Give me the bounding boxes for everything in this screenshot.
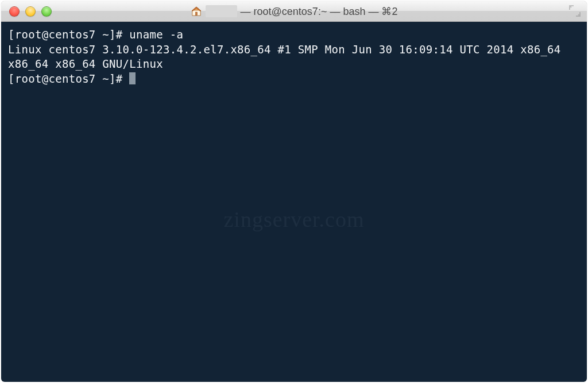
title-user: [206, 5, 237, 17]
title-rest: — root@centos7:~ — bash — ⌘2: [241, 5, 398, 18]
cursor: [129, 72, 136, 84]
svg-rect-0: [192, 10, 200, 16]
watermark: zingserver.com: [223, 205, 364, 234]
prompt: [root@centos7 ~]#: [8, 72, 129, 85]
close-button[interactable]: [9, 6, 20, 17]
traffic-lights: [6, 6, 52, 17]
command-text: uname -a: [129, 28, 183, 41]
prompt: [root@centos7 ~]#: [8, 28, 129, 41]
window-title: — root@centos7:~ — bash — ⌘2: [1, 5, 587, 18]
window-titlebar[interactable]: — root@centos7:~ — bash — ⌘2: [1, 1, 587, 22]
home-icon: [191, 6, 202, 17]
terminal-window: — root@centos7:~ — bash — ⌘2 [root@cento…: [1, 1, 587, 382]
minimize-button[interactable]: [25, 6, 36, 17]
terminal-body[interactable]: [root@centos7 ~]# uname -a Linux centos7…: [1, 22, 587, 382]
svg-rect-1: [195, 12, 197, 16]
fullscreen-icon[interactable]: [568, 5, 581, 17]
command-output: Linux centos7 3.10.0-123.4.2.el7.x86_64 …: [8, 43, 567, 71]
zoom-button[interactable]: [41, 6, 52, 17]
